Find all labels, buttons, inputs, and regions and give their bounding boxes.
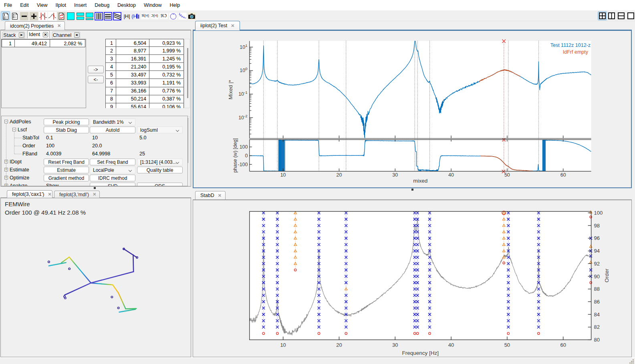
pole-table-row[interactable]: 316,3911,245 % — [105, 55, 184, 63]
idcom-tab-stack[interactable]: Stack✕ — [2, 32, 25, 38]
tree-combo-localpole[interactable]: LocalPole — [90, 167, 135, 173]
refresh-doc-icon[interactable] — [56, 11, 66, 20]
menu-view[interactable]: View — [33, 0, 52, 10]
tree-label-analyze[interactable]: Analyze — [10, 183, 27, 186]
idcom-tab-ident-close-icon[interactable]: ✕ — [43, 32, 48, 37]
menu-insert[interactable]: Insert — [70, 0, 91, 10]
tree-label-order[interactable]: Order — [22, 143, 35, 149]
pole-table[interactable]: 16,5040,923 %28,9771,999 %316,3911,245 %… — [105, 39, 184, 108]
tree-value[interactable]: 5.0 — [139, 135, 146, 141]
tree-label-optimize[interactable]: Optimize — [10, 175, 29, 181]
tree-button-quality-table[interactable]: Quality table — [137, 167, 183, 173]
layout-single-icon[interactable] — [626, 11, 635, 20]
pole-table-row[interactable]: 955,6140,106 % — [105, 103, 184, 108]
idcom-panel-tab[interactable]: idcom(2) Properties ✕ — [5, 21, 65, 30]
left-splitter-grip[interactable] — [94, 187, 96, 189]
current-pole-list[interactable]: 149,4122,082 % — [1, 39, 86, 108]
tree-button-ods[interactable]: ODS — [137, 183, 183, 187]
tree-button-reset-freq-band[interactable]: Reset Freq Band — [44, 159, 89, 165]
peak-pick-icon[interactable] — [47, 11, 56, 20]
move-pole-right-button[interactable]: -> — [88, 66, 104, 73]
menu-desktop[interactable]: Desktop — [113, 0, 140, 10]
menu-debug[interactable]: Debug — [91, 0, 113, 10]
collapse-icon[interactable]: − — [12, 128, 16, 131]
tree-button-svd[interactable]: SVD — [90, 183, 135, 187]
stabd-tab-close-icon[interactable]: ✕ — [218, 193, 222, 198]
view-waterfall-icon[interactable] — [112, 11, 121, 20]
pole-table-scrollbar[interactable] — [184, 39, 190, 108]
tree-button-stab-diag[interactable]: Stab Diag — [44, 127, 89, 133]
menu-ilplot[interactable]: Ilplot — [52, 0, 70, 10]
tree-label-lscf[interactable]: Lscf — [18, 127, 27, 133]
zoom-out-icon[interactable] — [19, 11, 28, 20]
tree-button-gradient-method[interactable]: Gradient method — [44, 175, 89, 181]
view-rows-icon[interactable] — [103, 11, 112, 20]
tree-button-idrc-method[interactable]: IDRC method — [90, 175, 135, 181]
abs-h-icon[interactable]: |H| — [122, 11, 131, 20]
tree-combo-bandwidth-1-[interactable]: Bandwidth 1% — [90, 119, 135, 125]
tree-button-autoid[interactable]: AutoId — [90, 127, 135, 133]
menu-window[interactable]: Window — [140, 0, 165, 10]
right-splitter-grip[interactable] — [411, 189, 413, 191]
tree-label-stabtol[interactable]: StabTol — [22, 135, 39, 141]
snapshot-icon[interactable] — [187, 11, 196, 20]
feplot-mdl-tab[interactable]: feplot(3,'mdl') ✕ — [54, 191, 100, 198]
tree-value[interactable]: 100 — [46, 143, 54, 149]
pole-table-row[interactable]: 28,9771,999 % — [105, 47, 184, 55]
current-pole-row[interactable]: 149,4122,082 % — [2, 39, 85, 47]
pole-table-row[interactable]: 736,1660,776 % — [105, 87, 184, 95]
pole-table-scrollbar-thumb[interactable] — [187, 48, 188, 98]
zoom-in-icon[interactable] — [29, 11, 38, 20]
pole-table-row[interactable]: 633,9931,191 % — [105, 79, 184, 87]
tree-button-peak-picking[interactable]: Peak picking — [44, 119, 89, 125]
time-response-icon[interactable] — [177, 11, 187, 20]
stabd-panel-tab[interactable]: StabD ✕ — [195, 191, 226, 199]
tree-label-fband[interactable]: FBand — [22, 151, 37, 157]
pole-table-row[interactable]: 16,5040,923 % — [105, 39, 184, 47]
tree-button-set-freq-band[interactable]: Set Freq Band — [90, 159, 135, 165]
tree-button-estimate[interactable]: Estimate — [44, 167, 89, 173]
layout-split-vertical-icon[interactable] — [607, 11, 616, 20]
menu-help[interactable]: Help — [165, 0, 184, 10]
tree-value[interactable]: Show — [46, 183, 58, 186]
menu-file[interactable]: File — [0, 0, 16, 10]
tree-combo-logsumi[interactable]: logSumI — [137, 127, 183, 133]
move-pole-left-button[interactable]: <- — [88, 76, 104, 83]
pole-table-row[interactable]: 421,2400,195 % — [105, 63, 184, 71]
idcom-tab-close-icon[interactable]: ✕ — [57, 23, 61, 28]
tree-combo--1-3124-4-003-[interactable]: [1:3124] (4.003... — [137, 159, 183, 165]
iiplot-panel-tab[interactable]: iiplot(2) Test ✕ — [195, 21, 240, 30]
feplot-mdl-tab-close-icon[interactable]: ✕ — [93, 192, 96, 197]
tree-value[interactable]: 4.0039 — [46, 151, 61, 157]
layout-split-horizontal-icon[interactable] — [617, 11, 626, 20]
tree-value[interactable]: 20.0 — [92, 143, 102, 149]
band-cursor-icon[interactable] — [38, 11, 47, 20]
phase-h-icon[interactable]: (H — [131, 11, 140, 20]
real-imag-h-icon[interactable]: ℜℑ — [159, 11, 168, 20]
tree-value[interactable]: 64.9998 — [92, 151, 110, 157]
iiplot-tab-close-icon[interactable]: ✕ — [231, 23, 234, 28]
idcom-tab-channel[interactable]: Channel✕ — [52, 32, 80, 38]
tree-label-addpoles[interactable]: AddPoles — [10, 119, 31, 125]
pole-list-doc-icon[interactable] — [1, 11, 10, 20]
real-h-icon[interactable]: ℜ(H) — [140, 11, 149, 20]
collapse-icon[interactable]: − — [4, 120, 8, 123]
tree-value[interactable]: 10 — [92, 135, 98, 141]
feplot-cax1-tab[interactable]: feplot(3,'cax1') ✕ — [7, 190, 52, 198]
idcom-tab-ident[interactable]: Ident✕ — [27, 30, 50, 38]
pole-table-row[interactable]: 850,2140,387 % — [105, 95, 184, 103]
imag-h-icon[interactable]: ℑ(H) — [149, 11, 159, 20]
view-columns-icon[interactable] — [94, 11, 103, 20]
nyquist-icon[interactable] — [168, 11, 177, 20]
tree-label-idopt[interactable]: IDopt — [10, 159, 22, 165]
view-full-cyan-icon[interactable] — [66, 11, 75, 20]
tree-label-estimate[interactable]: Estimate — [10, 167, 29, 173]
view-two-rows-cyan-icon[interactable] — [75, 11, 85, 20]
tree-value[interactable]: 0.1 — [46, 135, 53, 141]
layout-grid-2x2-icon[interactable] — [598, 11, 607, 20]
view-main-sub-cyan-icon[interactable] — [85, 11, 94, 20]
idcom-tab-stack-close-icon[interactable]: ✕ — [19, 32, 24, 38]
feplot-cax1-tab-close-icon[interactable]: ✕ — [48, 192, 52, 197]
idcom-tab-channel-close-icon[interactable]: ✕ — [74, 32, 79, 38]
pole-table-row[interactable]: 533,4970,732 % — [105, 71, 184, 79]
